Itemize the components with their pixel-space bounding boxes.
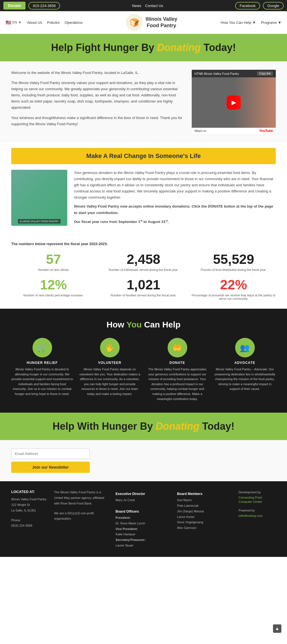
lang-label: EN xyxy=(12,20,17,24)
donate-button[interactable]: Donate xyxy=(3,2,26,10)
board-officers-title: Board Officers xyxy=(115,510,171,513)
board-member-3: Lance Korter xyxy=(177,514,233,520)
top-bar: Donate 815-224-3658 News Contact Us Face… xyxy=(0,0,287,11)
nav-about[interactable]: About Us xyxy=(27,20,42,25)
nav-policies[interactable]: Policies xyxy=(47,20,60,25)
powered-link[interactable]: ivfeethosting.com xyxy=(239,514,263,517)
email-input[interactable] xyxy=(11,448,90,459)
google-badge[interactable]: Google xyxy=(263,2,284,10)
stat-number-3: 12% xyxy=(11,277,96,292)
how-help-grid: 🛒 HUNGER RELIEF Illinois Valley Food Pan… xyxy=(11,338,276,401)
footer-location-title: LOCATED AT: xyxy=(11,490,48,494)
banner2-title: Help With Hunger By Donating Today! xyxy=(11,420,276,432)
secretary-name: Laurie Stuart xyxy=(115,543,171,548)
video-box[interactable]: HTNB Illinois Valley Food Pantry Copy li… xyxy=(192,70,276,134)
stat-number-1: 2,458 xyxy=(101,252,186,267)
stat-label-2: Pounds of food distributed during the fi… xyxy=(191,268,276,271)
video-header: HTNB Illinois Valley Food Pantry Copy li… xyxy=(192,70,276,77)
volunteer-text: Illinois Valley Food Pantry depends on v… xyxy=(79,367,141,397)
board-member-5: Alex Garncarz xyxy=(177,525,233,531)
volunteer-title: VOLUNTEER xyxy=(79,361,141,365)
main-content: Welcome to the website of the Illinois V… xyxy=(0,61,287,142)
contact-link[interactable]: Contact Us xyxy=(145,4,163,8)
advocate-text: Illinois Valley Food Pantry – Advocate. … xyxy=(214,367,276,392)
development-label: Development by xyxy=(239,490,276,495)
flag-icon: 🇺🇸 xyxy=(6,20,11,25)
intro-p2: The Illinois Valley Food Pantry sincerel… xyxy=(11,80,183,111)
hero-banner: Help Fight Hunger By Donating Today! xyxy=(0,34,287,61)
footer-grid: LOCATED AT: Illinois Valley Food Pantry … xyxy=(11,490,276,548)
stat-number-0: 57 xyxy=(11,252,96,267)
hero-text-by: By xyxy=(141,42,157,53)
chevron-down-icon: ▼ xyxy=(18,20,22,24)
stat-item-4: 1,021 Number of families served during t… xyxy=(101,277,186,300)
banner2-text-black3: Today! xyxy=(202,420,234,432)
how-help-title: How You Can Help xyxy=(11,320,276,329)
stat-label-5: Percentage of proceeds we receive that s… xyxy=(191,294,276,300)
donate-text: The Illinois Valley Food Pantry apprecia… xyxy=(146,367,208,401)
building-sign: ILLINOIS VALLEY FOOD PANTRY xyxy=(18,219,60,224)
stat-label-1: Number of individuals served during the … xyxy=(101,268,186,271)
video-footer: Watch on YouTube xyxy=(192,128,276,134)
lang-selector[interactable]: 🇺🇸 EN ▼ xyxy=(6,20,22,25)
board-member-4: Gene Vogelgesang xyxy=(177,520,233,525)
hero-text-yellow: Donating xyxy=(157,42,201,53)
hero-text-black1: Help Fight Hunger xyxy=(51,42,138,53)
copy-link-button[interactable]: Copy link xyxy=(257,71,273,76)
donate-title: DONATE xyxy=(146,361,208,365)
banner2-by: By xyxy=(140,420,156,432)
newsletter-button[interactable]: Join our Newsletter xyxy=(11,462,90,473)
stat-item-5: 22% Percentage of proceeds we receive th… xyxy=(191,277,276,300)
facebook-badge[interactable]: Facebook xyxy=(235,2,260,10)
footer-phone-label: Phone: xyxy=(11,518,48,523)
stat-item-3: 12% Number of new clients percentage inc… xyxy=(11,277,96,300)
fiscal-note: Our fiscal year runs from September 1st … xyxy=(74,219,276,225)
hero-text-black3: Today! xyxy=(203,42,236,53)
stats-note: The numbers below represent the fiscal y… xyxy=(11,242,276,246)
video-placeholder[interactable]: ▶ xyxy=(192,77,276,128)
nav-programs[interactable]: Programs ▼ xyxy=(261,20,281,25)
board-member-0: Sue Myers xyxy=(177,497,233,503)
news-link[interactable]: News xyxy=(132,4,141,8)
footer-officers: Executive Director Mary Jo Credi Board O… xyxy=(115,490,171,548)
phone-badge: 815-224-3658 xyxy=(28,2,60,10)
stat-item-1: 2,458 Number of individuals served durin… xyxy=(101,252,186,271)
donate-icon: 🤲 xyxy=(168,338,187,357)
top-bar-right: Facebook Google xyxy=(235,2,284,10)
footer: LOCATED AT: Illinois Valley Food Pantry … xyxy=(0,481,287,557)
footer-nonprofit-text: We are a 501(c)(3) non-profit organizati… xyxy=(54,511,110,522)
banner2: Help With Hunger By Donating Today! xyxy=(0,413,287,440)
nav-operations[interactable]: Operations xyxy=(65,20,83,25)
footer-address1: 122 Wright St xyxy=(11,502,48,508)
building-img-inner: ILLINOIS VALLEY FOOD PANTRY xyxy=(11,170,67,226)
stat-number-4: 1,021 xyxy=(101,277,186,292)
intro-p1: Welcome to the website of the Illinois V… xyxy=(11,70,183,76)
stat-label-4: Number of families served during the fis… xyxy=(101,294,186,297)
development-link[interactable]: Connecting Point Computer Center xyxy=(239,496,262,503)
hunger-relief-icon: 🛒 xyxy=(33,338,52,357)
nav-how-help[interactable]: How You Can Help ▼ xyxy=(221,20,256,25)
stat-number-5: 22% xyxy=(191,277,276,292)
footer-location: LOCATED AT: Illinois Valley Food Pantry … xyxy=(11,490,48,548)
logo-text: Illinois Valley Food Pantry xyxy=(145,16,177,29)
newsletter-section: Join our Newsletter xyxy=(0,440,287,481)
executive-title: Executive Director xyxy=(115,492,171,496)
footer-board-members: Board Members Sue Myers Pete Lawniczak J… xyxy=(177,490,233,548)
news-contact: News Contact Us xyxy=(132,4,163,8)
advocate-title: ADVOCATE xyxy=(214,361,276,365)
stat-label-0: Number of new clients xyxy=(11,268,96,271)
footer-address2: La Salle, IL 61301 xyxy=(11,508,48,513)
footer-phone: (815) 224-3658 xyxy=(11,523,48,529)
nav-bar: 🇺🇸 EN ▼ About Us Policies Operations 🍞 I… xyxy=(0,11,287,34)
fiscal-to: to August 31 xyxy=(144,220,165,224)
volunteer-icon: 🖐 xyxy=(100,338,120,357)
board-members-title: Board Members xyxy=(177,492,233,496)
top-bar-left: Donate 815-224-3658 xyxy=(3,2,60,10)
nav-links-left: About Us Policies Operations xyxy=(27,20,83,25)
president-label: President: xyxy=(115,515,171,521)
video-title: HTNB Illinois Valley Food Pantry xyxy=(195,72,239,75)
how-help-item-0: 🛒 HUNGER RELIEF Illinois Valley Food Pan… xyxy=(11,338,73,401)
vp-label: Vice President: xyxy=(115,526,171,532)
hunger-relief-title: HUNGER RELIEF xyxy=(11,361,73,365)
vp-name: Katie Hartauer xyxy=(115,532,171,537)
